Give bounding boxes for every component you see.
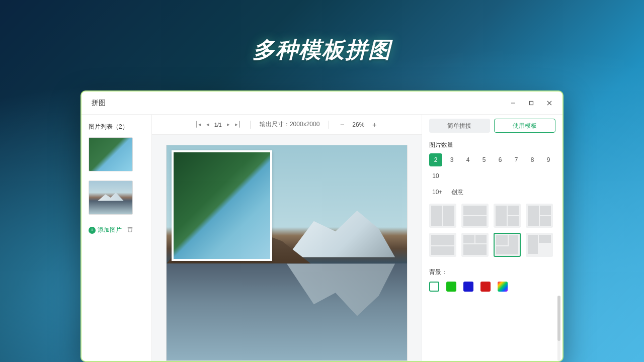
count-option[interactable]: 5 [477, 153, 491, 166]
count-option[interactable]: 10+ [429, 186, 445, 199]
mode-tabs: 简单拼接 使用模板 [429, 115, 555, 137]
background-label: 背景： [429, 268, 555, 277]
window-title: 拼图 [92, 99, 106, 108]
collage-canvas[interactable] [166, 145, 408, 361]
count-option[interactable]: 2 [429, 153, 442, 166]
template-option[interactable] [461, 233, 489, 257]
count-option-creative[interactable]: 创意 [448, 186, 466, 199]
page-indicator: 1/1 [214, 122, 222, 128]
image-count-row: 2 3 4 5 6 7 8 9 10 [429, 153, 555, 183]
bg-swatch-red[interactable] [480, 282, 491, 292]
template-option-selected[interactable] [494, 233, 521, 257]
add-image-button[interactable]: + 添加图片 [89, 226, 122, 234]
trash-icon[interactable] [127, 226, 133, 234]
plus-icon: + [89, 227, 96, 234]
scrollbar[interactable] [557, 296, 560, 361]
left-panel: 图片列表（2） + 添加图片 [82, 115, 152, 361]
toolbar: ⎮◂ ◂ 1/1 ▸ ▸⎮ 输出尺寸：2000x2000 − 26% + [152, 115, 422, 135]
content: 图片列表（2） + 添加图片 ⎮◂ ◂ 1/1 [82, 115, 562, 361]
bg-swatch-white[interactable] [429, 282, 439, 292]
template-grid [429, 204, 555, 257]
output-value: 2000x2000 [290, 121, 319, 128]
titlebar: 拼图 [82, 92, 562, 115]
add-image-label: 添加图片 [98, 226, 122, 234]
image-count-label: 图片数量 [429, 141, 555, 149]
thumbnail-item[interactable] [89, 180, 133, 215]
image-list-title: 图片列表（2） [89, 123, 144, 131]
background-swatches [429, 282, 555, 292]
count-option[interactable]: 10 [429, 169, 442, 183]
count-option[interactable]: 8 [526, 153, 539, 166]
separator [250, 121, 251, 129]
next-page-button[interactable]: ▸ [227, 121, 230, 128]
add-row: + 添加图片 [89, 226, 144, 234]
template-option[interactable] [461, 204, 489, 228]
count-option[interactable]: 3 [445, 153, 458, 166]
separator [329, 121, 329, 129]
prev-page-button[interactable]: ◂ [206, 121, 209, 128]
tab-template[interactable]: 使用模板 [494, 119, 556, 133]
hero-title: 多种模板拼图 [253, 35, 391, 65]
tab-simple[interactable]: 简单拼接 [429, 119, 490, 133]
zoom-controls: − 26% + [338, 120, 378, 129]
output-size: 输出尺寸：2000x2000 [260, 120, 319, 129]
canvas-reflection [167, 263, 407, 360]
bg-swatch-custom[interactable] [498, 282, 508, 292]
count-option[interactable]: 6 [494, 153, 507, 166]
thumbnail-list [89, 137, 144, 215]
maximize-button[interactable] [524, 96, 538, 110]
canvas-area [152, 135, 422, 361]
close-button[interactable] [542, 96, 556, 110]
last-page-button[interactable]: ▸⎮ [235, 121, 241, 128]
right-panel: 简单拼接 使用模板 图片数量 2 3 4 5 6 7 8 9 10 10+ 创意 [422, 115, 562, 361]
bg-swatch-green[interactable] [446, 282, 456, 292]
count-option[interactable]: 4 [461, 153, 474, 166]
count-option[interactable]: 9 [542, 153, 555, 166]
scrollbar-thumb[interactable] [557, 296, 560, 341]
output-label: 输出尺寸： [260, 121, 290, 128]
image-count-row-2: 10+ 创意 [429, 186, 555, 199]
count-option[interactable]: 7 [510, 153, 523, 166]
first-page-button[interactable]: ⎮◂ [195, 121, 201, 128]
template-option[interactable] [526, 233, 553, 257]
template-option[interactable] [429, 233, 456, 257]
template-option[interactable] [526, 204, 553, 228]
zoom-out-button[interactable]: − [338, 120, 346, 129]
page-nav: ⎮◂ ◂ 1/1 ▸ ▸⎮ [195, 121, 241, 128]
zoom-value: 26% [352, 121, 364, 128]
minimize-button[interactable] [506, 96, 520, 110]
template-option[interactable] [429, 204, 456, 228]
center-panel: ⎮◂ ◂ 1/1 ▸ ▸⎮ 输出尺寸：2000x2000 − 26% + [152, 115, 422, 361]
zoom-in-button[interactable]: + [370, 120, 378, 129]
thumbnail-item[interactable] [89, 137, 133, 171]
window-controls [506, 96, 556, 110]
bg-swatch-blue[interactable] [463, 282, 473, 292]
app-window: 拼图 图片列表（2） + 添加图片 [80, 90, 564, 362]
svg-rect-1 [530, 101, 533, 105]
canvas-inset-image[interactable] [172, 150, 272, 261]
template-option[interactable] [494, 204, 521, 228]
